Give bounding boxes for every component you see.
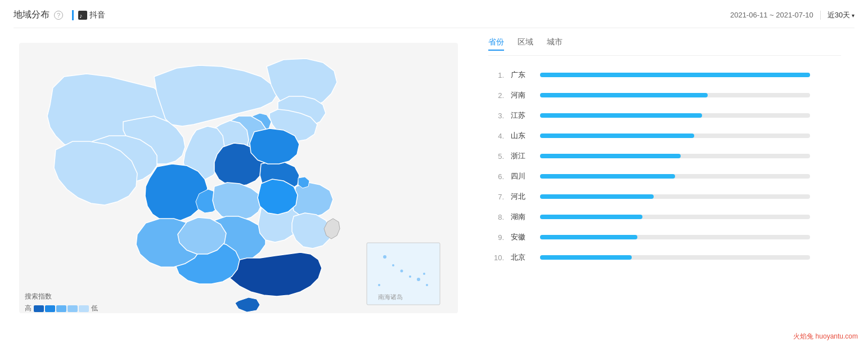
svg-point-7	[409, 275, 411, 278]
bar-rank: 5.	[488, 152, 504, 161]
tabs: 省份 区域 城市	[488, 37, 841, 56]
bar-rank: 9.	[488, 233, 504, 242]
bar-track	[540, 174, 810, 179]
bar-name: 广东	[511, 70, 533, 80]
bar-rank: 7.	[488, 193, 504, 201]
svg-text:南海诸岛: 南海诸岛	[378, 293, 403, 300]
bar-item: 1. 广东	[488, 65, 841, 85]
header-left: 地域分布 ? ♪ 抖音	[14, 9, 105, 21]
legend-title: 搜索指数	[25, 292, 98, 301]
bar-track	[540, 154, 810, 158]
bar-fill	[540, 194, 654, 199]
bar-name: 江苏	[511, 110, 533, 121]
map-section: 南海诸岛 搜索指数 高 低	[14, 37, 475, 336]
bar-rank: 4.	[488, 132, 504, 140]
bar-track	[540, 215, 810, 219]
bar-fill	[540, 154, 681, 158]
page-title: 地域分布	[14, 9, 50, 21]
bar-fill	[540, 93, 708, 97]
bar-track	[540, 113, 810, 118]
platform-tag: ♪ 抖音	[72, 10, 105, 20]
bar-name: 浙江	[511, 151, 533, 161]
help-icon[interactable]: ?	[54, 11, 63, 20]
bar-track	[540, 235, 810, 239]
svg-point-4	[383, 255, 386, 259]
bar-rank: 6.	[488, 172, 504, 181]
period-selector[interactable]: 近30天	[827, 10, 854, 20]
legend-row: 高 低	[25, 304, 98, 313]
legend-box-5	[79, 305, 89, 312]
watermark: 火焰兔 huoyantu.com	[790, 331, 861, 342]
douyin-icon: ♪	[78, 11, 87, 20]
bar-item: 2. 河南	[488, 85, 841, 105]
bar-track	[540, 255, 810, 260]
bar-item: 8. 湖南	[488, 207, 841, 227]
bar-track	[540, 134, 810, 138]
svg-point-10	[426, 284, 428, 286]
main-content: 南海诸岛 搜索指数 高 低	[14, 37, 854, 336]
header: 地域分布 ? ♪ 抖音 2021-06-11 ~ 2021-07-10 近30天	[14, 9, 854, 28]
legend-high-label: 高	[25, 304, 32, 313]
bar-item: 4. 山东	[488, 126, 841, 146]
bar-name: 北京	[511, 252, 533, 263]
bar-track	[540, 73, 810, 77]
bar-name: 四川	[511, 171, 533, 181]
bar-name: 河南	[511, 90, 533, 100]
legend-boxes	[34, 305, 89, 312]
tab-region[interactable]: 区域	[518, 37, 533, 51]
bar-name: 湖南	[511, 212, 533, 222]
bar-fill	[540, 174, 675, 179]
bar-item: 5. 浙江	[488, 146, 841, 166]
bar-fill	[540, 255, 632, 260]
bar-fill	[540, 113, 702, 118]
bar-fill	[540, 215, 642, 219]
bar-item: 10. 北京	[488, 247, 841, 268]
bar-rank: 3.	[488, 112, 504, 120]
legend-box-4	[68, 305, 78, 312]
page-container: 地域分布 ? ♪ 抖音 2021-06-11 ~ 2021-07-10 近30天	[0, 0, 868, 347]
bar-name: 安徽	[511, 232, 533, 242]
legend-box-2	[45, 305, 55, 312]
svg-point-9	[423, 273, 425, 275]
bar-item: 7. 河北	[488, 186, 841, 207]
tab-city[interactable]: 城市	[547, 37, 563, 51]
legend-box-1	[34, 305, 44, 312]
legend-low-label: 低	[91, 304, 98, 313]
bar-rank: 2.	[488, 91, 504, 100]
svg-point-8	[417, 278, 420, 281]
tab-province[interactable]: 省份	[488, 37, 504, 51]
bar-name: 河北	[511, 192, 533, 202]
bar-fill	[540, 134, 694, 138]
china-map: 南海诸岛	[19, 43, 458, 313]
bar-item: 9. 安徽	[488, 227, 841, 247]
bar-track	[540, 93, 810, 97]
bar-name: 山东	[511, 131, 533, 141]
svg-point-5	[392, 264, 394, 266]
svg-point-11	[378, 284, 380, 286]
right-panel: 省份 区域 城市 1. 广东 2. 河南	[475, 37, 854, 336]
bar-fill	[540, 235, 637, 239]
svg-text:♪: ♪	[79, 12, 83, 19]
divider	[820, 11, 821, 20]
svg-point-6	[401, 270, 403, 273]
bar-list: 1. 广东 2. 河南 3. 江苏	[488, 65, 841, 268]
platform-label: 抖音	[89, 10, 105, 20]
bar-item: 3. 江苏	[488, 105, 841, 126]
bar-rank: 8.	[488, 213, 504, 221]
legend: 搜索指数 高 低	[25, 292, 98, 313]
header-right: 2021-06-11 ~ 2021-07-10 近30天	[730, 10, 854, 20]
date-range: 2021-06-11 ~ 2021-07-10	[730, 11, 813, 19]
bar-rank: 1.	[488, 71, 504, 79]
bar-rank: 10.	[488, 253, 504, 262]
bar-track	[540, 194, 810, 199]
bar-fill	[540, 73, 810, 77]
legend-box-3	[56, 305, 66, 312]
bar-item: 6. 四川	[488, 166, 841, 186]
